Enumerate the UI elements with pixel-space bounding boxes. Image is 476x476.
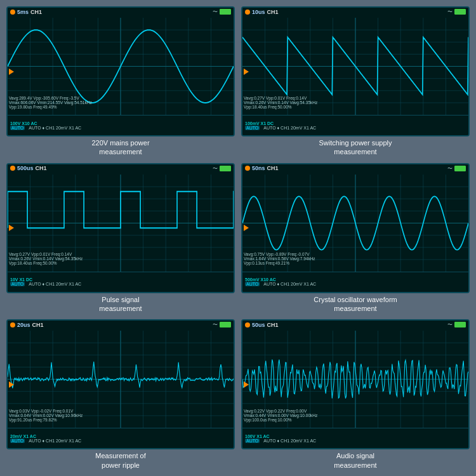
footer-row-2: AUTO AUTO ♦ CH1 20mV X1 AC	[245, 126, 466, 130]
trigger-arrow	[244, 225, 249, 231]
stats-row: Vpp:18.40us Freq:50.00%	[9, 261, 232, 265]
stat-text: Vpp:100.0us Freq:10.00%	[244, 418, 292, 422]
ch-label: CH1	[36, 165, 47, 171]
scope-header-4: 50ns CH1 〜	[242, 164, 468, 173]
battery-icon	[454, 322, 466, 327]
battery-icon	[220, 9, 231, 15]
stat-text: Vmax:0.44V Vmin:0.00V Vavg:10.00kHz	[244, 413, 317, 418]
ch-label: CH1	[267, 165, 279, 171]
scope-footer: 100V X10 AC AUTO AUTO ♦ CH1 20mV X1 AC	[8, 115, 234, 135]
stats-row: Vpp:100.0us Freq:10.00%	[244, 418, 467, 422]
trigger-arrow	[244, 69, 249, 75]
auto-label: AUTO	[10, 439, 25, 443]
stats-row: Vpp:0.13us Freq:49.21%	[244, 261, 467, 265]
stats-row: Vmax:0.26V Vmin:0.14V Vavg:54.35kHz	[244, 100, 467, 105]
stat-text: Vpp:18.40us Freq:50.00%	[244, 105, 292, 109]
scope-footer: 500mV X10 AC AUTO AUTO ♦ CH1 20mV X1 AC	[242, 272, 468, 292]
stat-text: Vpp:19.80us Freq:49.49%	[9, 105, 57, 109]
stats-row: Vmax:0.04V Vmin:0.02V Vavg:10.96kHz	[9, 413, 232, 418]
footer-row-1: 500mV X10 AC	[245, 277, 466, 282]
auto-label: AUTO	[245, 439, 260, 443]
header-left: 500us CH1	[10, 165, 47, 171]
stats-area: Vavg:0.03V Vpp:-0.02V Freq:0.01VVmax:0.0…	[9, 403, 232, 427]
header-left: 5ms CH1	[10, 9, 42, 15]
stat-text: Vmax:0.26V Vmin:0.14V Vavg:54.35kHz	[244, 100, 317, 105]
cell-caption: Audio signal measurement	[334, 451, 376, 470]
cell-caption: Crystal oscillator waveform measurement	[314, 295, 397, 314]
volt-scale: 100V X1 AC	[245, 434, 270, 439]
footer-ch: AUTO ♦ CH1 20mV X1 AC	[29, 126, 81, 130]
header-right: 〜	[213, 165, 231, 172]
header-left: 20us CH1	[10, 322, 44, 328]
time-label: 50us	[252, 322, 265, 328]
stat-text: Vavg:0.75V Vpp:-0.89V Freq:-0.07V	[244, 252, 310, 256]
scope-header-1: 5ms CH1 〜	[8, 8, 234, 16]
orange-dot	[245, 10, 250, 15]
header-right: 〜	[213, 8, 231, 15]
footer-ch: AUTO ♦ CH1 20mV X1 AC	[263, 439, 316, 443]
scope-screen-4: 50ns CH1 〜 Vavg:0.75V Vpp:-0.89V Freq:-0…	[241, 163, 470, 293]
stat-text: Vmax:1.64V Vmin:0.58V Vavg:7.94kHz	[244, 256, 315, 261]
scope-screen-2: 10us CH1 〜 Vavg:0.27V Vpp:0.01V Freq:0.1…	[241, 6, 470, 136]
volt-scale: 500mV X10 AC	[245, 277, 276, 282]
main-grid: 5ms CH1 〜 Vavg:289.4V Vpp:-305.60V Freq:…	[0, 0, 476, 476]
stats-row: Vavg:0.22V Vpp:0.22V Freq:0.00V	[244, 409, 467, 413]
footer-ch: AUTO ♦ CH1 20mV X1 AC	[263, 126, 316, 130]
stats-row: Vavg:0.27V Vpp:0.01V Freq:0.14V	[244, 96, 467, 100]
footer-ch: AUTO ♦ CH1 20mV X1 AC	[263, 282, 316, 286]
stats-row: Vmax:606.06V Vmin:214.55V Vavg:54.51kHz	[9, 100, 232, 105]
footer-row-1: 100mV X1 DC	[245, 121, 466, 126]
ch-label: CH1	[30, 9, 42, 15]
scope-footer: 100mV X1 DC AUTO AUTO ♦ CH1 20mV X1 AC	[242, 115, 468, 135]
cell-6: 50us CH1 〜 Vavg:0.22V Vpp:0.22V Freq:0.0…	[241, 319, 470, 470]
stat-text: Vpp:0.13us Freq:49.21%	[244, 261, 289, 265]
stats-row: Vmax:1.64V Vmin:0.58V Vavg:7.94kHz	[244, 256, 467, 261]
wave-icon: 〜	[213, 321, 218, 328]
footer-row-2: AUTO AUTO ♦ CH1 20mV X1 AC	[245, 282, 466, 286]
auto-label: AUTO	[245, 282, 260, 286]
scope-screen-5: 20us CH1 〜 Vavg:0.03V Vpp:-0.02V Freq:0.…	[6, 319, 235, 449]
footer-row-2: AUTO AUTO ♦ CH1 20mV X1 AC	[10, 439, 231, 443]
cell-caption: 220V mains power measurement	[91, 138, 149, 157]
volt-scale: 100V X10 AC	[10, 121, 37, 126]
orange-dot	[10, 10, 15, 15]
cell-4: 50ns CH1 〜 Vavg:0.75V Vpp:-0.89V Freq:-0…	[241, 163, 470, 314]
trigger-arrow	[9, 69, 14, 75]
stats-row: Vmax:0.44V Vmin:0.00V Vavg:10.00kHz	[244, 413, 467, 418]
orange-dot	[10, 166, 15, 171]
stat-text: Vmax:606.06V Vmin:214.55V Vavg:54.51kHz	[9, 100, 92, 105]
cell-caption: Pulse signal measurement	[99, 295, 142, 314]
stats-row: Vmax:0.26V Vmin:0.14V Vavg:54.35kHz	[9, 256, 232, 261]
scope-screen-1: 5ms CH1 〜 Vavg:289.4V Vpp:-305.60V Freq:…	[6, 6, 235, 136]
stat-text: Vavg:0.03V Vpp:-0.02V Freq:0.01V	[9, 409, 73, 413]
scope-footer: 20mV X1 AC AUTO AUTO ♦ CH1 20mV X1 AC	[8, 428, 234, 448]
battery-icon	[454, 9, 466, 15]
footer-row-1: 10V X1 DC	[10, 277, 231, 282]
stat-text: Vavg:0.22V Vpp:0.22V Freq:0.00V	[244, 409, 307, 413]
stat-text: Vmax:0.04V Vmin:0.02V Vavg:10.96kHz	[9, 413, 83, 418]
scope-footer: 100V X1 AC AUTO AUTO ♦ CH1 20mV X1 AC	[242, 428, 468, 448]
header-right: 〜	[447, 165, 466, 172]
ch-label: CH1	[32, 322, 44, 328]
time-label: 20us	[17, 322, 30, 328]
volt-scale: 10V X1 DC	[10, 277, 32, 282]
cell-1: 5ms CH1 〜 Vavg:289.4V Vpp:-305.60V Freq:…	[6, 6, 235, 157]
stats-area: Vavg:0.75V Vpp:-0.89V Freq:-0.07VVmax:1.…	[244, 247, 467, 271]
footer-row-2: AUTO AUTO ♦ CH1 20mV X1 AC	[10, 282, 231, 286]
stat-text: Vavg:289.4V Vpp:-305.60V Freq:-3.5V	[9, 96, 79, 100]
wave-icon: 〜	[213, 8, 218, 15]
stats-row: Vpp:18.40us Freq:50.00%	[244, 105, 467, 109]
stats-area: Vavg:0.27V Vpp:0.01V Freq:0.14VVmax:0.26…	[244, 90, 467, 114]
stat-text: Vpp:91.20us Freq:79.82%	[9, 418, 57, 422]
header-right: 〜	[447, 321, 466, 328]
auto-label: AUTO	[10, 282, 25, 286]
stat-text: Vmax:0.26V Vmin:0.14V Vavg:54.35kHz	[9, 256, 83, 261]
stat-text: Vavg:0.27V Vpp:0.01V Freq:0.14V	[9, 252, 72, 256]
footer-row-1: 100V X10 AC	[10, 121, 231, 126]
orange-dot	[245, 166, 250, 171]
volt-scale: 100mV X1 DC	[245, 121, 274, 126]
stats-row: Vavg:0.03V Vpp:-0.02V Freq:0.01V	[9, 409, 232, 413]
wave-icon: 〜	[447, 8, 453, 15]
wave-icon: 〜	[447, 165, 453, 172]
ch-label: CH1	[267, 9, 279, 15]
